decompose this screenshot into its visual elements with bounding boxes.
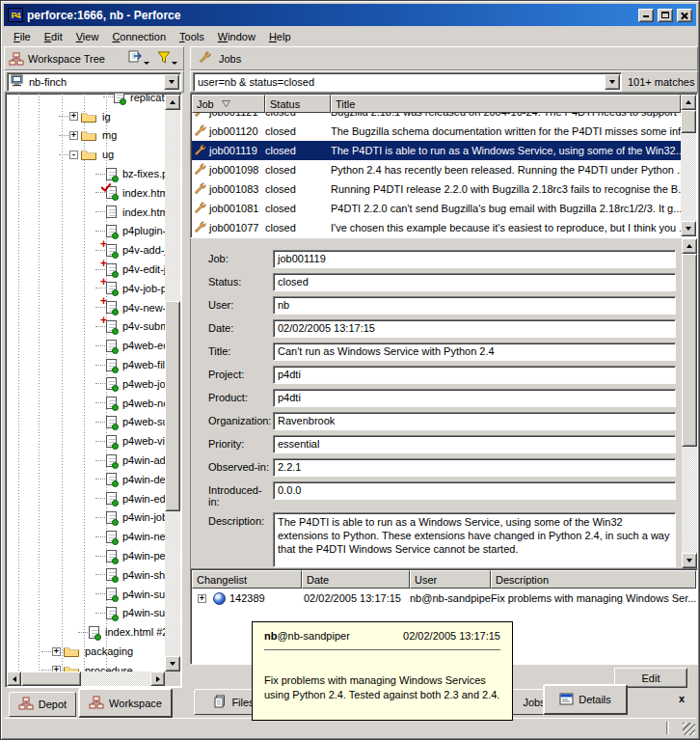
job-row[interactable]: job001098closedPython 2.4 has recently b… [192,160,681,179]
tree-item[interactable]: p4web-job [7,374,166,394]
menu-view[interactable]: View [69,29,106,44]
field-value[interactable]: 2.2.1 [273,458,676,477]
tree-hscroll-thumb[interactable] [21,671,81,686]
filter-button[interactable] [155,49,179,69]
tree-item[interactable]: p4win-adc [7,451,166,470]
jobs-vertical-scrollbar[interactable] [681,95,696,236]
tree-item[interactable]: p4web-vie [7,431,166,451]
field-value[interactable]: The P4DTI is able to run as a Windows Se… [273,512,676,567]
field-value[interactable]: Can't run as Windows Service with Python… [273,343,676,361]
scroll-right-button[interactable] [150,671,165,686]
tree-item[interactable]: p4v-edit-jo [7,260,166,279]
workspace-combo-dropdown[interactable] [164,74,179,90]
tree-item[interactable]: p4web-ne [7,394,166,413]
menu-window[interactable]: Window [211,29,262,44]
tree-item[interactable]: p4win-sub [7,585,166,604]
tree-item[interactable]: p4win-edit [7,489,166,508]
tree-item[interactable]: index.html #23 [7,622,166,642]
scroll-up-button[interactable] [165,95,180,110]
menu-help[interactable]: Help [262,29,298,44]
scroll-down-button[interactable] [681,221,696,236]
field-value[interactable]: 02/02/2005 13:17:15 [273,319,676,338]
job-row[interactable]: job001077closedI've chosen this example … [192,218,681,237]
column-header-job[interactable]: Job [192,95,265,113]
tree-item[interactable]: p4web-sul [7,413,166,432]
tree-item[interactable]: p4win-job- [7,508,166,528]
tree-item[interactable]: index.html [7,183,166,203]
field-value[interactable]: closed [273,273,676,291]
expand-plus-icon[interactable]: + [69,131,78,140]
job-row[interactable]: job001119closedThe P4DTI is able to run … [192,141,681,160]
locate-file-button[interactable] [125,48,151,69]
tree-item[interactable]: p4web-filte [7,355,166,374]
scroll-up-button[interactable] [681,95,696,110]
field-value[interactable]: job001119 [273,250,676,268]
column-header-date[interactable]: Date [302,570,410,589]
collapse-minus-icon[interactable]: - [69,151,78,159]
scroll-left-button[interactable] [7,671,21,686]
tree-item[interactable]: +packaging [7,642,166,661]
tree-item[interactable]: p4win-nev [7,527,166,546]
minimize-button[interactable] [638,9,654,22]
field-value[interactable]: p4dti [273,366,676,384]
tree-item[interactable]: p4v-new-c [7,298,166,317]
tree-item[interactable]: -ug [7,145,166,164]
resize-grip[interactable] [683,723,695,735]
tree-item[interactable]: p4v-submi [7,317,166,337]
column-header-title[interactable]: Title [331,95,681,113]
changelist-row[interactable]: +14238902/02/2005 13:17:15nb@nb-sandpipe… [192,589,696,608]
tree-item[interactable]: +ig [7,107,166,126]
scroll-up-button[interactable] [682,238,697,254]
form-vscroll-thumb[interactable] [682,254,697,447]
tree-item[interactable]: +mg [7,126,166,146]
column-header-description[interactable]: Description [491,570,696,589]
field-value[interactable]: Ravenbrook [273,412,676,430]
tree-item[interactable]: p4web-ed [7,336,166,355]
job-row[interactable]: job001081closedP4DTI 2.2.0 can't send Bu… [192,199,681,218]
title-bar[interactable]: P4 perforce:1666, nb - Perforce [4,4,696,26]
tree-item[interactable]: p4win-sub [7,604,166,623]
tree-item[interactable]: p4win-des [7,470,166,489]
job-row[interactable]: job001083closedRunning P4DTI release 2.2… [192,179,681,199]
form-vertical-scrollbar[interactable] [682,238,697,568]
menu-connection[interactable]: Connection [105,29,173,44]
expand-plus-icon[interactable]: + [198,594,206,603]
workspace-combo[interactable]: nb-finch [7,72,181,92]
field-value[interactable]: p4dti [273,389,676,407]
tab-depot[interactable]: Depot [9,692,76,717]
expand-plus-icon[interactable]: + [52,647,61,656]
scroll-down-button[interactable] [165,656,180,671]
jobs-filter-dropdown[interactable] [605,74,620,90]
maximize-button[interactable] [658,9,673,22]
tree-item[interactable]: p4win-sho [7,565,166,585]
job-row[interactable]: job001120closedThe Bugzilla schema docum… [192,122,681,141]
tab-workspace[interactable]: Workspace [78,688,173,718]
tree-item[interactable]: index.html [7,203,166,222]
menu-tools[interactable]: Tools [173,29,211,44]
tree-item[interactable]: p4v-job-pa [7,279,166,298]
tree-item[interactable]: p4v-add-jo [7,240,166,260]
job-row[interactable]: job001121closedBugzilla 2.18.1 was relea… [192,113,681,122]
tabbar-close-button[interactable]: x [673,693,690,708]
close-button[interactable] [677,9,692,22]
jobs-filter-combo[interactable]: user=nb & status=closed [193,72,622,92]
tree-item[interactable]: p4plugin-s [7,222,166,241]
menu-file[interactable]: File [7,29,38,44]
column-header-user[interactable]: User [410,570,491,589]
expand-plus-icon[interactable]: + [69,112,78,121]
tab-details[interactable]: Details [543,684,628,715]
column-header-changelist[interactable]: Changelist [192,570,302,589]
scroll-down-button[interactable] [682,553,697,568]
menu-edit[interactable]: Edit [38,29,69,44]
field-value[interactable]: nb [273,296,676,315]
column-header-status[interactable]: Status [265,95,331,113]
tree-vscroll-thumb[interactable] [165,301,180,511]
tree-horizontal-scrollbar[interactable] [7,671,165,686]
jobs-vscroll-thumb[interactable] [681,110,696,133]
tree-item[interactable]: p4win-per [7,546,166,565]
field-value[interactable]: 0.0.0 [273,481,676,500]
tree-item[interactable]: bz-fixes.pr [7,164,166,183]
tree-item[interactable]: replication [7,93,166,107]
field-value[interactable]: essential [273,435,676,453]
tree-vertical-scrollbar[interactable] [165,95,180,671]
